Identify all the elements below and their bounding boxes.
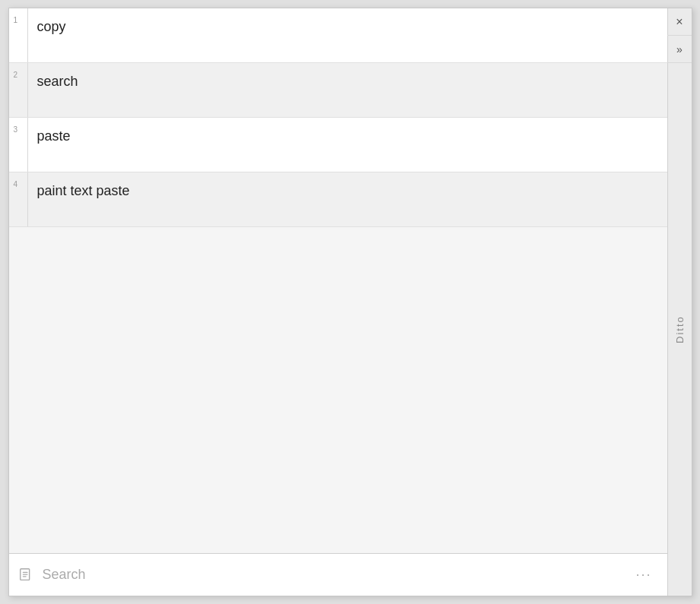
item-text: paste xyxy=(28,118,667,155)
sidebar: × » Ditto xyxy=(667,8,692,596)
item-number: 3 xyxy=(9,118,27,140)
bottom-bar: Search ··· xyxy=(9,553,667,596)
search-placeholder[interactable]: Search xyxy=(43,567,630,583)
list-item[interactable]: 2search xyxy=(9,63,667,118)
app-window: 1copy2search3paste4paint text paste Sear… xyxy=(8,8,692,596)
main-content: 1copy2search3paste4paint text paste Sear… xyxy=(9,8,667,596)
expand-icon: » xyxy=(676,43,683,55)
item-text: copy xyxy=(28,8,667,46)
expand-button[interactable]: » xyxy=(667,36,692,63)
list-item[interactable]: 1copy xyxy=(9,8,667,63)
item-number: 1 xyxy=(9,8,27,30)
item-number: 4 xyxy=(9,172,27,194)
close-button[interactable]: × xyxy=(667,8,692,36)
app-name-label: Ditto xyxy=(674,63,686,596)
close-icon: × xyxy=(676,15,683,29)
list-item[interactable]: 3paste xyxy=(9,118,667,172)
item-text: paint text paste xyxy=(28,172,667,210)
item-number: 2 xyxy=(9,63,27,85)
clipboard-list: 1copy2search3paste4paint text paste xyxy=(9,8,667,553)
item-text: search xyxy=(28,63,667,100)
search-icon xyxy=(18,567,35,583)
more-options-button[interactable]: ··· xyxy=(629,564,657,586)
list-item[interactable]: 4paint text paste xyxy=(9,172,667,227)
